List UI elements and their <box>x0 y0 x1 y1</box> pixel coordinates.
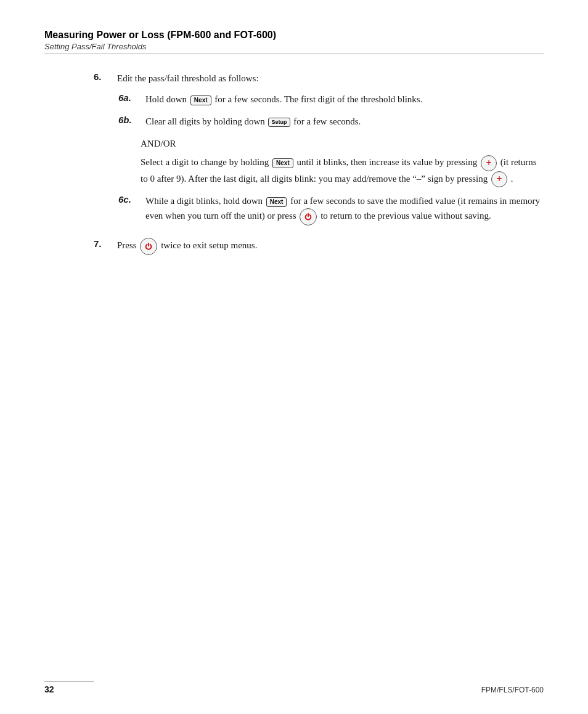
plus-icon-2: + <box>496 174 502 184</box>
extra-text1-after-next: until it blinks, then increase its value… <box>296 157 477 167</box>
step-6: 6. Edit the pass/fail threshold as follo… <box>94 71 544 225</box>
step-7-content: Press twice to exit setup menus. <box>117 238 257 255</box>
substep-6b-label: 6b. <box>118 114 141 125</box>
andor-text: AND/OR <box>141 136 544 151</box>
extra-text: Select a digit to change by holding Next… <box>141 155 544 187</box>
next-button-6c: Next <box>266 197 287 207</box>
power-icon-svg <box>304 213 312 221</box>
s6c-text-end: to return to the previous value without … <box>321 211 491 221</box>
substep-6b: 6b. Clear all digits by holding down Set… <box>94 114 544 129</box>
setup-button-6b: Setup <box>268 118 290 127</box>
subtitle: Setting Pass/Fail Thresholds <box>44 42 544 51</box>
step-6-row: 6. Edit the pass/fail threshold as follo… <box>94 71 544 86</box>
step-6-intro: Edit the pass/fail threshold as follows: <box>117 71 259 86</box>
substep-extra: AND/OR Select a digit to change by holdi… <box>94 136 544 187</box>
header-section: Measuring Power or Loss (FPM-600 and FOT… <box>44 30 544 54</box>
footer-left: 32 <box>44 681 94 694</box>
substep-6b-content: Clear all digits by holding down Setup f… <box>145 114 361 129</box>
substep-6c: 6c. While a digit blinks, hold down Next… <box>94 193 544 225</box>
power-button-6c <box>300 208 317 225</box>
footer-rule <box>44 681 94 682</box>
circle-button-extra1: + <box>481 155 497 171</box>
next-button-extra: Next <box>272 158 293 168</box>
plus-icon: + <box>486 158 492 168</box>
step-6-number: 6. <box>94 71 112 82</box>
s7-text-before: Press <box>117 241 137 251</box>
step-7: 7. Press twice to exit setup menus. <box>94 238 544 255</box>
substep-6c-label: 6c. <box>118 193 141 205</box>
footer: 32 FPM/FLS/FOT-600 <box>44 681 544 694</box>
substep-6c-content: While a digit blinks, hold down Next for… <box>145 193 544 225</box>
extra-text1-end: . <box>511 174 513 184</box>
page: Measuring Power or Loss (FPM-600 and FOT… <box>0 0 588 714</box>
substep-6a-content: Hold down Next for a few seconds. The fi… <box>145 92 422 107</box>
s7-text-after: twice to exit setup menus. <box>161 241 257 251</box>
footer-product: FPM/FLS/FOT-600 <box>481 686 544 694</box>
circle-button-extra2: + <box>491 171 507 187</box>
s6c-text-before: While a digit blinks, hold down <box>145 196 263 206</box>
substep-6a-label: 6a. <box>118 92 141 103</box>
s6b-text-after: for a few seconds. <box>293 116 361 126</box>
power-button-step7 <box>140 238 157 255</box>
power-icon-step7-svg <box>144 242 153 251</box>
s6a-text-before: Hold down <box>145 94 187 104</box>
extra-text1-before: Select a digit to change by holding <box>141 157 269 167</box>
page-number: 32 <box>44 684 54 694</box>
s6a-text-after: for a few seconds. The first digit of th… <box>214 94 422 104</box>
substep-6a: 6a. Hold down Next for a few seconds. Th… <box>94 92 544 107</box>
next-button-6a: Next <box>190 95 211 105</box>
header-rule <box>44 54 544 54</box>
step-7-number: 7. <box>94 238 112 249</box>
content-area: 6. Edit the pass/fail threshold as follo… <box>44 71 544 255</box>
main-title: Measuring Power or Loss (FPM-600 and FOT… <box>44 30 544 41</box>
s6b-text-before: Clear all digits by holding down <box>145 116 265 126</box>
